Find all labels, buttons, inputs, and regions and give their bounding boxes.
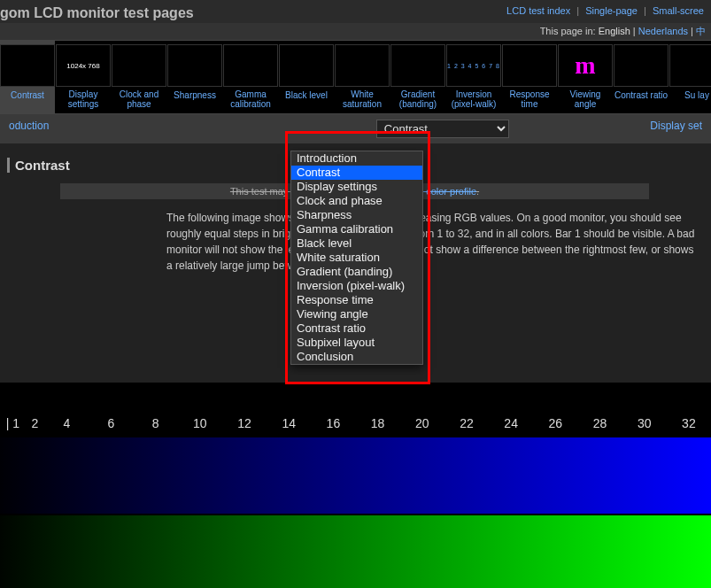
thumb-label[interactable]: Clock and phase: [112, 89, 166, 109]
dropdown-option[interactable]: Contrast ratio: [291, 321, 422, 336]
tick-mark: 8: [149, 416, 163, 430]
thumb-label[interactable]: Contrast: [11, 89, 44, 100]
thumb-preview-clock: [112, 44, 166, 87]
thumb-label[interactable]: Gradient (banding): [390, 89, 445, 109]
thumb-label[interactable]: Viewing angle: [558, 89, 613, 109]
page-subnav: oduction Contrast Display set: [0, 114, 711, 143]
thumb-display[interactable]: 1024x 768Display settings: [56, 41, 112, 113]
dropdown-option[interactable]: Inversion (pixel-walk): [291, 279, 422, 293]
tick-mark: 22: [456, 416, 477, 430]
contrast-tick-labels: | 12468101214161820222426283032: [0, 416, 711, 430]
prev-page-link[interactable]: oduction: [9, 120, 49, 138]
thumb-gamma[interactable]: Gamma calibration: [223, 41, 279, 113]
thumb-preview-sharp: [167, 44, 222, 87]
tick-mark: 10: [189, 416, 211, 430]
thumb-preview-cratio: 420 : 1: [614, 44, 668, 87]
tick-mark: 2: [28, 416, 43, 430]
thumb-label[interactable]: Gamma calibration: [223, 89, 278, 109]
tick-mark: 12: [234, 416, 255, 430]
thumb-preview-white: [335, 44, 390, 87]
link-single-page[interactable]: Single-page: [585, 5, 638, 16]
tick-mark: 26: [545, 416, 567, 430]
thumb-label[interactable]: Response time: [502, 89, 557, 109]
thumb-white[interactable]: White saturation: [335, 41, 390, 113]
tick-mark: 14: [278, 416, 299, 430]
thumb-preview-gamma: [223, 44, 278, 87]
dropdown-option[interactable]: Display settings: [291, 180, 422, 194]
thumb-label[interactable]: Inversion (pixel-walk): [446, 89, 501, 109]
thumb-preview-black: [279, 44, 334, 87]
thumb-cratio[interactable]: 420 : 1Contrast ratio: [614, 41, 669, 113]
dropdown-option[interactable]: Conclusion: [291, 350, 422, 364]
dropdown-option[interactable]: Gradient (banding): [291, 265, 422, 279]
thumb-viewing[interactable]: Viewing angle: [558, 41, 614, 113]
tick-mark: 4: [59, 416, 73, 430]
tick-mark: 18: [367, 416, 389, 430]
language-dutch[interactable]: Nederlands: [638, 26, 688, 36]
tick-mark: 20: [412, 416, 433, 430]
page-header: gom LCD monitor test pages LCD test inde…: [0, 0, 711, 23]
thumb-label[interactable]: Contrast ratio: [614, 89, 668, 100]
link-small-screen[interactable]: Small-scree: [653, 5, 704, 16]
thumb-preview-sub: [669, 44, 711, 87]
contrast-bar-blue: [0, 437, 711, 514]
thumb-preview-inversion: [446, 44, 501, 87]
link-test-index[interactable]: LCD test index: [506, 5, 570, 16]
dropdown-option[interactable]: Sharpness: [291, 208, 422, 222]
test-thumbnail-strip: Contrast1024x 768Display settingsClock a…: [0, 40, 711, 114]
thumb-preview-viewing: [558, 44, 613, 87]
language-english: English: [599, 26, 630, 36]
tick-mark: 24: [500, 416, 522, 430]
thumb-contrast[interactable]: Contrast: [0, 41, 56, 113]
link-separator: |: [576, 5, 579, 16]
intro-paragraph: The following image shows 12 contrast st…: [166, 210, 695, 274]
language-prefix: This page in:: [540, 26, 596, 36]
page-select-wrap: Contrast: [376, 120, 509, 138]
dropdown-option[interactable]: Viewing angle: [291, 307, 422, 321]
tick-mark: 30: [634, 416, 655, 430]
thumb-preview-gradient: [390, 44, 445, 87]
dropdown-option[interactable]: Introduction: [291, 151, 422, 166]
tick-mark: | 1: [3, 416, 23, 430]
thumb-preview-display: 1024x 768: [56, 44, 111, 87]
tick-mark: 28: [590, 416, 611, 430]
dropdown-option[interactable]: Contrast: [291, 166, 422, 180]
link-separator: |: [644, 5, 646, 16]
next-page-link[interactable]: Display set: [650, 120, 702, 138]
top-links: LCD test index | Single-page | Small-scr…: [506, 5, 704, 16]
page-select-dropdown[interactable]: IntroductionContrastDisplay settingsCloc…: [290, 151, 423, 365]
page-title: gom LCD monitor test pages: [0, 5, 194, 21]
thumb-label[interactable]: Sharpness: [174, 89, 216, 100]
thumb-label[interactable]: Black level: [285, 89, 328, 100]
thumb-label[interactable]: White saturation: [335, 89, 390, 109]
thumb-gradient[interactable]: Gradient (banding): [390, 41, 446, 113]
dropdown-option[interactable]: Response time: [291, 293, 422, 307]
dropdown-option[interactable]: Clock and phase: [291, 194, 422, 208]
thumb-label[interactable]: Display settings: [56, 89, 111, 109]
thumb-sub[interactable]: Su lay: [669, 41, 711, 113]
dropdown-option[interactable]: Black level: [291, 236, 422, 251]
dropdown-option[interactable]: Gamma calibration: [291, 222, 422, 236]
thumb-inversion[interactable]: Inversion (pixel-walk): [446, 41, 502, 113]
dropdown-option[interactable]: White saturation: [291, 251, 422, 265]
thumb-sharp[interactable]: Sharpness: [167, 41, 223, 113]
thumb-black[interactable]: Black level: [279, 41, 335, 113]
thumb-response[interactable]: Response time: [502, 41, 558, 113]
language-bar: This page in: English | Nederlands | 中: [0, 23, 711, 40]
tick-mark: 32: [678, 416, 699, 430]
thumb-preview-contrast: [0, 44, 55, 87]
thumb-label[interactable]: Su lay: [684, 89, 709, 100]
contrast-test-area: | 12468101214161820222426283032: [0, 383, 711, 588]
thumb-clock[interactable]: Clock and phase: [112, 41, 167, 113]
page-select[interactable]: Contrast: [376, 120, 509, 138]
tick-mark: 16: [323, 416, 344, 430]
dropdown-option[interactable]: Subpixel layout: [291, 336, 422, 350]
contrast-bar-green: [0, 515, 711, 588]
thumb-preview-response: [502, 44, 557, 87]
tick-mark: 6: [104, 416, 119, 430]
language-chinese[interactable]: 中: [696, 26, 706, 36]
